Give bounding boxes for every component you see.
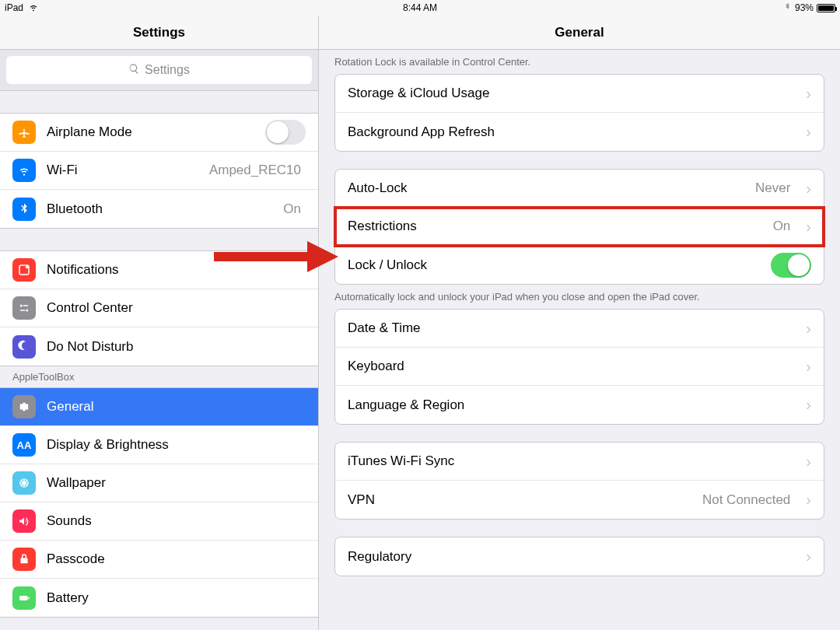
controlcenter-label: Control Center [47,300,306,316]
search-input[interactable]: Settings [6,56,312,84]
controlcenter-icon [12,296,36,320]
chevron-icon: › [806,358,811,376]
sidebar-item-controlcenter[interactable]: Control Center [0,289,318,327]
row-lockunlock[interactable]: Lock / Unlock [335,246,824,284]
display-label: Display & Brightness [47,437,306,453]
chevron-icon: › [806,548,811,565]
row-restrictions[interactable]: Restrictions On › [335,208,824,246]
general-icon [12,395,36,418]
wifi-label: Wi-Fi [47,163,198,178]
lockunlock-label: Lock / Unlock [348,257,760,273]
battery-label: Battery [47,590,306,606]
sidebar-item-airplane[interactable]: Airplane Mode [0,114,318,152]
settings-sidebar: Settings Settings Airplane Mode [0,16,319,630]
search-placeholder: Settings [145,63,190,77]
row-language[interactable]: Language & Region › [335,386,824,424]
chevron-icon: › [806,453,811,471]
sidebar-group-connectivity: Airplane Mode Wi-Fi Amped_REC10 Bluetoot… [0,113,318,229]
sidebar-item-display[interactable]: AA Display & Brightness [0,426,318,464]
sidebar-item-passcode[interactable]: Passcode [0,541,318,579]
svg-point-1 [26,265,29,268]
detail-group-locale: Date & Time › Keyboard › Language & Regi… [334,309,824,425]
sounds-label: Sounds [47,513,306,529]
bgrefresh-label: Background App Refresh [348,124,795,140]
airplane-icon [12,121,36,144]
section-header-appletoolbox: AppleToolBox [0,366,318,387]
row-autolock[interactable]: Auto-Lock Never › [335,170,824,208]
regulatory-label: Regulatory [348,549,795,565]
svg-rect-10 [214,252,307,261]
chevron-icon: › [806,85,811,103]
battery-pct: 93% [795,2,814,13]
detail-group-storage: Storage & iCloud Usage › Background App … [334,74,824,152]
chevron-icon: › [806,218,811,236]
detail-group-regulatory: Regulatory › [334,537,824,576]
bluetooth-label: Bluetooth [47,201,272,217]
chevron-icon: › [806,491,811,509]
wifi-icon [12,159,36,182]
autolock-label: Auto-Lock [348,180,744,196]
sidebar-title: Settings [0,16,318,50]
row-keyboard[interactable]: Keyboard › [335,348,824,386]
sidebar-group-device: General AA Display & Brightness Wallpape… [0,387,318,618]
restrictions-label: Restrictions [348,219,762,234]
bluetooth-value: On [283,201,301,217]
svg-point-4 [26,310,28,312]
chevron-icon: › [806,320,811,338]
svg-point-2 [20,305,23,307]
sidebar-item-wifi[interactable]: Wi-Fi Amped_REC10 [0,152,318,190]
airplane-toggle[interactable] [265,120,306,145]
device-label: iPad [5,2,23,13]
vpn-label: VPN [348,492,691,508]
chevron-icon: › [806,180,811,198]
dnd-icon [12,335,36,359]
sidebar-item-sounds[interactable]: Sounds [0,502,318,541]
datetime-label: Date & Time [348,320,795,336]
status-time: 8:44 AM [282,2,558,13]
lockunlock-toggle[interactable] [771,253,811,278]
wallpaper-label: Wallpaper [47,475,306,491]
note-rotation-lock: Rotation Lock is available in Control Ce… [319,50,840,74]
passcode-label: Passcode [47,551,306,567]
row-datetime[interactable]: Date & Time › [335,310,824,348]
language-label: Language & Region [348,397,795,413]
sidebar-item-dnd[interactable]: Do Not Disturb [0,327,318,366]
sidebar-item-wallpaper[interactable]: Wallpaper [0,464,318,502]
sidebar-item-battery[interactable]: Battery [0,579,318,617]
chevron-icon: › [806,396,811,414]
sidebar-item-general[interactable]: General [0,388,318,426]
row-bgrefresh[interactable]: Background App Refresh › [335,113,824,151]
svg-rect-3 [23,305,29,306]
detail-group-lock: Auto-Lock Never › Restrictions On › Lock… [334,169,824,285]
ituneswifi-label: iTunes Wi-Fi Sync [348,453,795,469]
row-regulatory[interactable]: Regulatory › [335,537,824,576]
row-vpn[interactable]: VPN Not Connected › [335,481,824,519]
vpn-value: Not Connected [702,492,790,508]
sidebar-item-bluetooth[interactable]: Bluetooth On [0,190,318,228]
notifications-icon [12,258,36,282]
airplane-label: Airplane Mode [47,124,254,140]
passcode-icon [12,548,36,571]
search-wrap: Settings [0,50,318,91]
status-bar: iPad 8:44 AM 93% [0,0,840,16]
chevron-icon: › [806,123,811,141]
detail-title: General [319,16,840,50]
note-lockunlock: Automatically lock and unlock your iPad … [319,285,840,309]
battery-icon [817,4,835,12]
svg-rect-5 [20,310,26,311]
sounds-icon [12,509,36,533]
wifi-status-icon [28,2,39,15]
row-ituneswifi[interactable]: iTunes Wi-Fi Sync › [335,443,824,481]
battery-icon-row [12,586,36,610]
svg-rect-8 [19,596,28,600]
svg-marker-11 [307,241,338,272]
display-icon: AA [12,433,36,457]
restrictions-value: On [773,219,791,234]
detail-pane: General Rotation Lock is available in Co… [319,16,840,630]
annotation-arrow-icon [214,241,338,275]
bluetooth-icon [12,198,36,221]
svg-rect-9 [28,597,30,599]
keyboard-label: Keyboard [348,359,795,374]
bluetooth-status-icon [783,2,792,13]
row-storage[interactable]: Storage & iCloud Usage › [335,75,824,113]
